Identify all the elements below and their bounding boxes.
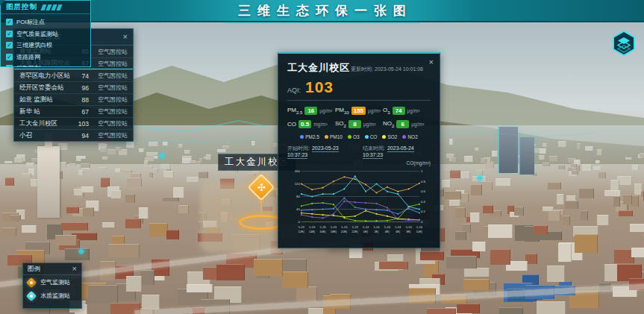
legend-item-label: 水质监测站 xyxy=(40,292,70,300)
end-time-field[interactable]: 结束时间:2023-05-24 10:37:23 xyxy=(363,145,431,157)
x-axis-tick: 22时 xyxy=(351,230,358,233)
station-detail-popup: × 工大金川校区 更新时间: 2023-05-24 10:01:08 AQI: … xyxy=(278,52,440,248)
pollutant-trend-chart[interactable]: 0408012016000.20.40.60.815-2312时5-2314时5… xyxy=(287,166,432,240)
series-point xyxy=(408,206,410,207)
legend-dot xyxy=(300,135,304,139)
y-axis-tick: 0 xyxy=(298,220,301,224)
legend-label: SO2 xyxy=(387,134,397,139)
series-point xyxy=(333,204,334,205)
pollutant-value-badge: 155 xyxy=(351,107,366,115)
pollutant-unit: µg/m³ xyxy=(363,122,376,127)
series-point xyxy=(375,209,377,210)
pollutant-cell: PM10155µg/m³ xyxy=(335,107,383,115)
station-list-item[interactable]: 工大金川校区103空气国控站 xyxy=(14,117,133,129)
series-point xyxy=(375,203,377,204)
layer-panel-title: 图层控制 xyxy=(6,2,37,12)
series-point xyxy=(408,219,410,221)
series-line-co xyxy=(301,176,419,209)
station-aqi-value: 88 xyxy=(71,96,89,104)
station-aqi-value: 103 xyxy=(71,120,89,128)
update-time-value: 2023-05-24 10:01:08 xyxy=(375,66,423,72)
x-axis-tick: 5-24 xyxy=(363,225,369,229)
legend-marker-icon xyxy=(26,277,37,287)
pollutant-name: NO2 xyxy=(383,120,394,128)
pollutant-name: PM10 xyxy=(335,107,349,115)
station-list-item[interactable]: 如意 监测站88空气国控站 xyxy=(14,93,133,105)
series-point xyxy=(343,201,345,202)
y2-axis-tick: 0.8 xyxy=(421,180,426,183)
aqi-value: 103 xyxy=(305,78,334,96)
station-name: 小召 xyxy=(19,131,71,140)
legend-dot xyxy=(382,135,386,139)
layer-item[interactable]: ✓POI标注点 xyxy=(6,18,85,26)
update-time: 更新时间: 2023-05-24 10:01:08 xyxy=(350,66,423,73)
pollutant-unit: µg/m³ xyxy=(411,122,424,127)
pollutant-cell: SO28µg/m³ xyxy=(335,120,383,128)
series-point xyxy=(311,203,313,204)
legend-chip-o3[interactable]: O3 xyxy=(348,134,360,139)
station-name: 如意 监测站 xyxy=(19,95,71,104)
layer-item[interactable]: ✓空气质量监测站 xyxy=(6,30,85,38)
checkbox-icon[interactable]: ✓ xyxy=(6,54,13,60)
series-point xyxy=(354,220,356,222)
station-type: 空气国控站 xyxy=(93,48,128,56)
series-point xyxy=(322,187,324,189)
series-point xyxy=(387,216,388,217)
series-point xyxy=(419,204,420,205)
checkbox-icon[interactable]: ✓ xyxy=(6,42,13,48)
station-aqi-value: 67 xyxy=(71,108,89,116)
x-axis-tick: 4时 xyxy=(385,230,390,233)
checkbox-icon[interactable]: ✓ xyxy=(6,19,13,25)
x-axis-tick: 5-24 xyxy=(416,225,423,229)
close-icon[interactable]: × xyxy=(123,33,128,41)
y2-axis-tick: 0.6 xyxy=(421,189,426,193)
y2-axis-tick: 0 xyxy=(421,220,423,224)
layer-item[interactable]: ✓三维建筑白模 xyxy=(6,41,85,49)
layer-item[interactable]: ✓道路路网 xyxy=(6,53,85,61)
start-time-label: 开始时间: xyxy=(287,145,310,151)
pollutant-cell: CO0.5mg/m³ xyxy=(287,120,335,128)
station-type: 空气国控站 xyxy=(93,119,128,128)
close-icon[interactable]: × xyxy=(429,58,434,66)
start-time-field[interactable]: 开始时间:2023-05-23 10:37:23 xyxy=(287,145,355,157)
series-point xyxy=(365,202,366,204)
legend-chip-so2[interactable]: SO2 xyxy=(382,134,397,139)
x-axis-tick: 2时 xyxy=(374,230,378,233)
close-icon[interactable]: × xyxy=(72,265,77,273)
station-list-item[interactable]: 新华 站67空气国控站 xyxy=(14,105,133,117)
legend-dot xyxy=(365,135,369,139)
legend-dot xyxy=(325,135,328,139)
series-point xyxy=(375,213,377,215)
y2-axis-tick: 1 xyxy=(421,169,423,173)
legend-chip-pm10[interactable]: PM10 xyxy=(325,134,343,139)
series-line-no2 xyxy=(301,201,419,220)
layer-list: ✓POI标注点✓空气质量监测站✓三维建筑白模✓道路路网✓行政区划 xyxy=(1,14,90,76)
x-axis-tick: 5-23 xyxy=(331,225,337,229)
checkbox-icon[interactable]: ✓ xyxy=(6,31,13,37)
layer-panel-header: 图层控制 xyxy=(1,1,90,14)
legend-label: CO xyxy=(370,134,378,139)
station-list-item[interactable]: 小召94空气国控站 xyxy=(14,129,133,141)
legend-panel-title: 图例 xyxy=(28,265,72,274)
station-list-item[interactable]: 经开区管委会站96空气国控站 xyxy=(14,81,133,93)
y-axis-tick: 160 xyxy=(295,169,301,173)
layers-icon[interactable] xyxy=(610,30,637,57)
series-point xyxy=(397,193,398,195)
legend-label: PM2.5 xyxy=(305,134,319,139)
station-type: 空气国控站 xyxy=(93,95,128,104)
popup-header: 工大金川校区 更新时间: 2023-05-24 10:01:08 xyxy=(287,61,431,75)
station-list-item[interactable]: 赛罕区电力小区站74空气国控站 xyxy=(14,69,133,81)
legend-chip-pm2_5[interactable]: PM2.5 xyxy=(300,134,319,139)
legend-chip-no2[interactable]: NO2 xyxy=(402,134,417,139)
station-type: 空气国控站 xyxy=(93,84,128,92)
series-point xyxy=(301,214,302,216)
legend-dot xyxy=(348,135,351,139)
series-point xyxy=(301,213,302,214)
series-point xyxy=(322,214,324,216)
legend-chip-co[interactable]: CO xyxy=(365,134,378,139)
series-point xyxy=(419,219,420,221)
series-point xyxy=(333,208,334,210)
series-point xyxy=(419,208,420,210)
pollutant-unit: µg/m³ xyxy=(368,108,381,113)
x-axis-tick: 5-24 xyxy=(406,225,413,229)
